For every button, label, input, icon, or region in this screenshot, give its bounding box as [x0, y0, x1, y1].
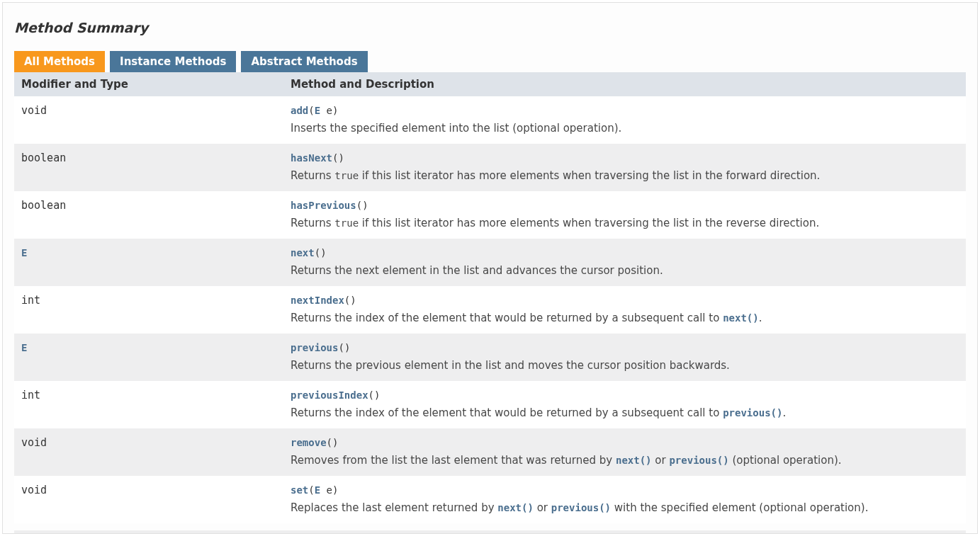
paren-close: ) [332, 484, 338, 496]
paren-close: ) [332, 105, 338, 116]
tabs-bar: All MethodsInstance MethodsAbstract Meth… [14, 51, 966, 72]
modifier-cell: int [14, 381, 283, 428]
table-row: booleanhasNext()Returns true if this lis… [14, 144, 966, 191]
col-header-modifier: Modifier and Type [14, 72, 283, 96]
method-signature: previous() [291, 339, 959, 356]
method-description: Returns true if this list iterator has m… [291, 167, 959, 184]
method-ref-link[interactable]: next() [723, 312, 759, 324]
method-signature: next() [291, 244, 959, 261]
section-title: Method Summary [14, 20, 966, 35]
table-row: voidset(E e)Replaces the last element re… [14, 476, 966, 523]
tab-abstract-methods[interactable]: Abstract Methods [241, 51, 367, 72]
method-link[interactable]: remove [291, 437, 327, 448]
paren-close: ) [344, 342, 350, 353]
type-link[interactable]: E [21, 342, 27, 353]
method-signature: previousIndex() [291, 387, 959, 404]
modifier-cell: E [14, 334, 283, 381]
paren-open: ( [315, 247, 320, 258]
paren-open: ( [356, 200, 362, 211]
method-summary-table: Modifier and Type Method and Description… [14, 72, 966, 523]
method-description: Returns the index of the element that wo… [291, 404, 959, 421]
tab-instance-methods[interactable]: Instance Methods [110, 51, 236, 72]
method-link[interactable]: set [291, 484, 308, 496]
modifier-cell: void [14, 476, 283, 523]
tab-all-methods[interactable]: All Methods [14, 51, 105, 72]
paren-close: ) [374, 389, 380, 401]
method-description: Returns the index of the element that wo… [291, 309, 959, 326]
method-cell: next()Returns the next element in the li… [283, 239, 966, 286]
paren-open: ( [308, 105, 314, 116]
modifier-cell: E [14, 239, 283, 286]
method-link[interactable]: hasPrevious [291, 200, 356, 211]
param-name: e [320, 484, 332, 496]
method-signature: hasPrevious() [291, 197, 959, 214]
method-link[interactable]: add [291, 105, 308, 116]
method-signature: remove() [291, 434, 959, 451]
method-ref-link[interactable]: next() [497, 502, 534, 513]
modifier-cell: boolean [14, 191, 283, 239]
method-description: Returns the next element in the list and… [291, 262, 959, 279]
method-ref-link[interactable]: previous() [669, 455, 728, 466]
table-row: voidremove()Removes from the list the la… [14, 428, 966, 476]
paren-close: ) [338, 152, 344, 164]
method-cell: hasNext()Returns true if this list itera… [283, 144, 966, 191]
method-description: Removes from the list the last element t… [291, 452, 959, 469]
paren-open: ( [308, 484, 314, 496]
table-row: Enext()Returns the next element in the l… [14, 239, 966, 286]
table-row: Eprevious()Returns the previous element … [14, 334, 966, 381]
method-ref-link[interactable]: previous() [551, 502, 611, 513]
method-cell: add(E e)Inserts the specified element in… [283, 96, 966, 144]
paren-open: ( [368, 389, 374, 401]
method-cell: remove()Removes from the list the last e… [283, 428, 966, 476]
paren-open: ( [327, 437, 332, 448]
paren-open: ( [338, 342, 344, 353]
method-description: Inserts the specified element into the l… [291, 120, 959, 137]
table-row: intnextIndex()Returns the index of the e… [14, 286, 966, 334]
method-signature: nextIndex() [291, 292, 959, 309]
method-description: Replaces the last element returned by ne… [291, 499, 959, 516]
inline-code: true [334, 170, 359, 181]
method-cell: nextIndex()Returns the index of the elem… [283, 286, 966, 334]
method-link[interactable]: previous [291, 342, 338, 353]
table-row: intpreviousIndex()Returns the index of t… [14, 381, 966, 428]
table-header-row: Modifier and Type Method and Description [14, 72, 966, 96]
paren-close: ) [362, 200, 368, 211]
method-link[interactable]: previousIndex [291, 389, 368, 401]
modifier-cell: void [14, 428, 283, 476]
table-row: voidadd(E e)Inserts the specified elemen… [14, 96, 966, 144]
inline-code: true [334, 217, 359, 229]
method-signature: add(E e) [291, 102, 959, 119]
method-cell: set(E e)Replaces the last element return… [283, 476, 966, 523]
method-description: Returns true if this list iterator has m… [291, 215, 959, 232]
col-header-method: Method and Description [283, 72, 966, 96]
method-cell: hasPrevious()Returns true if this list i… [283, 191, 966, 239]
table-row: booleanhasPrevious()Returns true if this… [14, 191, 966, 239]
method-link[interactable]: hasNext [291, 152, 332, 164]
method-description: Returns the previous element in the list… [291, 357, 959, 374]
method-ref-link[interactable]: previous() [723, 407, 782, 418]
method-link[interactable]: next [291, 247, 315, 258]
section-divider [14, 530, 966, 533]
param-type-link[interactable]: E [315, 105, 320, 116]
method-cell: previousIndex()Returns the index of the … [283, 381, 966, 428]
type-link[interactable]: E [21, 247, 27, 258]
param-type-link[interactable]: E [315, 484, 320, 496]
modifier-cell: int [14, 286, 283, 334]
method-cell: previous()Returns the previous element i… [283, 334, 966, 381]
paren-close: ) [320, 247, 326, 258]
modifier-cell: boolean [14, 144, 283, 191]
method-signature: hasNext() [291, 149, 959, 166]
method-signature: set(E e) [291, 482, 959, 499]
modifier-cell: void [14, 96, 283, 144]
method-link[interactable]: nextIndex [291, 295, 344, 306]
method-ref-link[interactable]: next() [616, 455, 652, 466]
param-name: e [320, 105, 332, 116]
method-summary-section: Method Summary All MethodsInstance Metho… [2, 2, 978, 534]
paren-close: ) [350, 295, 356, 306]
paren-close: ) [332, 437, 338, 448]
